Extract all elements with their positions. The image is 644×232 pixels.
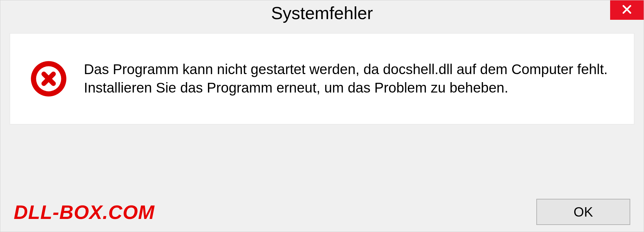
ok-button-label: OK — [574, 205, 593, 220]
error-dialog: Systemfehler Das Programm kann nicht ges… — [0, 0, 644, 232]
ok-button[interactable]: OK — [536, 199, 630, 225]
error-message: Das Programm kann nicht gestartet werden… — [84, 60, 614, 97]
error-icon — [30, 60, 67, 97]
watermark-text: DLL-BOX.COM — [14, 201, 155, 223]
close-button[interactable] — [610, 0, 644, 20]
dialog-title: Systemfehler — [271, 3, 373, 23]
message-panel: Das Programm kann nicht gestartet werden… — [10, 33, 634, 124]
titlebar: Systemfehler — [0, 0, 644, 27]
close-icon — [621, 3, 633, 17]
dialog-footer: DLL-BOX.COM OK — [0, 189, 644, 232]
